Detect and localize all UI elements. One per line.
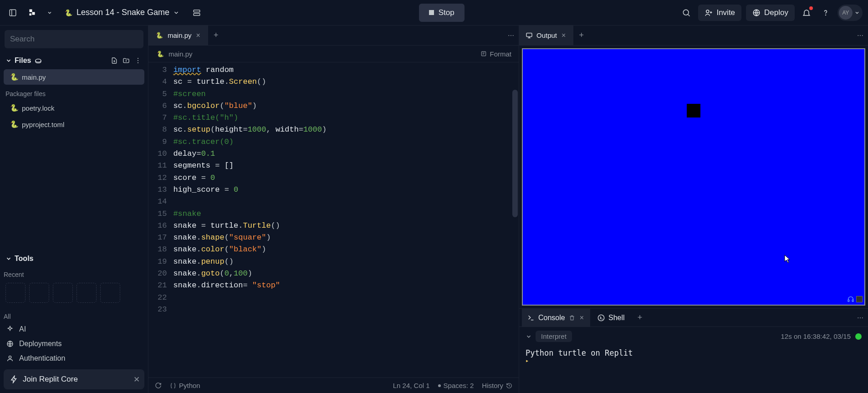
join-core-banner[interactable]: Join Replit Core ✕ xyxy=(4,369,144,389)
recent-tools-placeholder xyxy=(0,280,148,308)
chevron-down-icon xyxy=(5,57,12,64)
lightning-icon xyxy=(10,375,18,383)
chevron-down-icon[interactable] xyxy=(46,5,54,20)
tool-item-authentication[interactable]: Authentication xyxy=(0,351,148,366)
tab-menu-icon[interactable]: ⋯ xyxy=(857,314,863,322)
console-tab[interactable]: Console × xyxy=(522,309,590,327)
shell-tab[interactable]: Shell xyxy=(592,309,630,327)
tools-section-header[interactable]: Tools xyxy=(0,251,148,266)
tab-menu-icon[interactable]: ⋯ xyxy=(508,32,514,39)
right-pane: Output × + ⋯ Console xyxy=(519,26,868,393)
headphones-icon[interactable] xyxy=(847,296,854,303)
close-tab-icon[interactable]: × xyxy=(561,31,567,40)
svg-rect-5 xyxy=(194,10,200,12)
terminal-icon xyxy=(527,314,535,322)
status-dot-icon xyxy=(855,333,862,340)
history-button[interactable]: History xyxy=(482,382,512,389)
app-header: 🐍 Lesson 14 - Snake Game Stop Invite Dep… xyxy=(0,0,868,26)
deploy-button[interactable]: Deploy xyxy=(746,5,795,21)
shell-icon xyxy=(597,314,605,322)
scrollbar[interactable] xyxy=(512,90,518,217)
svg-point-9 xyxy=(706,10,709,13)
deploy-icon xyxy=(6,340,14,347)
server-icon[interactable] xyxy=(189,5,204,20)
svg-point-21 xyxy=(138,62,138,63)
packager-label: Packager files xyxy=(0,86,148,99)
language-indicator[interactable]: Python xyxy=(170,382,200,389)
output-tab[interactable]: Output × xyxy=(519,26,573,45)
tool-item-ai[interactable]: AI xyxy=(0,322,148,337)
user-plus-icon xyxy=(705,9,713,17)
console-tab-bar: Console × Shell + ⋯ xyxy=(519,309,868,327)
close-icon[interactable]: ✕ xyxy=(133,375,140,384)
monitor-icon xyxy=(526,32,533,39)
svg-rect-4 xyxy=(30,13,32,15)
files-section-header[interactable]: Files xyxy=(0,53,148,68)
chevron-down-icon xyxy=(5,255,12,262)
help-icon[interactable] xyxy=(818,5,833,20)
snake-square xyxy=(687,104,700,117)
notifications-icon[interactable] xyxy=(799,5,814,20)
add-tab-button[interactable]: + xyxy=(632,313,648,322)
sync-icon[interactable] xyxy=(35,57,42,64)
stop-button[interactable]: Stop xyxy=(419,4,465,22)
new-folder-icon[interactable] xyxy=(122,57,131,64)
svg-rect-30 xyxy=(848,300,849,301)
breadcrumb-bar: 🐍 main.py Format xyxy=(148,46,519,62)
resize-handle-icon[interactable] xyxy=(856,296,863,302)
close-tab-icon[interactable]: × xyxy=(195,31,201,40)
invite-button[interactable]: Invite xyxy=(698,5,741,21)
file-item[interactable]: 🐍main.py xyxy=(4,69,144,85)
svg-rect-0 xyxy=(10,10,16,16)
editor-status-bar: Python Ln 24, Col 1 Spaces: 2 History xyxy=(148,378,519,393)
new-file-icon[interactable] xyxy=(110,57,119,64)
console-status-bar: Interpret 12s on 16:38:42, 03/15 xyxy=(519,327,868,346)
ai-icon xyxy=(6,326,14,333)
file-item[interactable]: 🐍poetry.lock xyxy=(4,100,144,116)
python-icon: 🐍 xyxy=(10,120,17,128)
project-name-dropdown[interactable]: 🐍 Lesson 14 - Snake Game xyxy=(59,6,184,19)
chevron-down-icon[interactable] xyxy=(526,333,532,340)
add-tab-button[interactable]: + xyxy=(573,31,589,40)
cursor-position[interactable]: Ln 24, Col 1 xyxy=(393,382,430,389)
search-icon[interactable] xyxy=(679,5,694,20)
sidebar: Search Files 🐍main.py Packager files 🐍po… xyxy=(0,26,148,393)
svg-point-7 xyxy=(684,10,689,15)
more-icon[interactable] xyxy=(133,57,143,64)
add-tab-button[interactable]: + xyxy=(208,31,224,40)
project-title: Lesson 14 - Snake Game xyxy=(77,8,169,17)
format-icon xyxy=(480,51,487,57)
auth-icon xyxy=(6,355,14,362)
breadcrumb[interactable]: main.py xyxy=(168,50,193,58)
turtle-canvas[interactable] xyxy=(522,48,865,306)
recent-label: Recent xyxy=(0,266,148,280)
line-gutter: 34567891011121314151617181920212223 xyxy=(148,62,173,378)
tool-item-deployments[interactable]: Deployments xyxy=(0,337,148,351)
spaces-indicator[interactable]: Spaces: 2 xyxy=(438,382,474,389)
all-label: All xyxy=(0,308,148,322)
tab-menu-icon[interactable]: ⋯ xyxy=(857,32,863,39)
svg-line-8 xyxy=(688,14,690,16)
python-icon: 🐍 xyxy=(155,31,164,40)
svg-rect-27 xyxy=(526,33,532,36)
trash-icon[interactable] xyxy=(569,315,575,321)
search-input[interactable]: Search xyxy=(5,30,143,48)
close-tab-icon[interactable]: × xyxy=(579,314,585,322)
replit-logo-icon[interactable] xyxy=(26,5,40,20)
panel-toggle-icon[interactable] xyxy=(5,5,20,20)
account-menu[interactable]: AY xyxy=(837,5,863,21)
editor-tab[interactable]: 🐍 main.py × xyxy=(148,26,208,45)
console-output[interactable]: Python turtle on Replit ▸ xyxy=(519,346,868,367)
format-button[interactable]: Format xyxy=(480,50,511,58)
editor-pane: 🐍 main.py × + ⋯ 🐍 main.py Format 3456789… xyxy=(148,26,519,393)
code-editor[interactable]: 34567891011121314151617181920212223 impo… xyxy=(148,62,519,378)
file-item[interactable]: 🐍pyproject.toml xyxy=(4,117,144,132)
interpret-chip[interactable]: Interpret xyxy=(536,331,572,342)
python-icon: 🐍 xyxy=(156,49,165,58)
history-icon xyxy=(506,383,512,389)
output-area xyxy=(519,46,868,308)
prompt-caret: ▸ xyxy=(526,357,862,364)
svg-point-14 xyxy=(36,59,41,62)
console-pane: Console × Shell + ⋯ Interpret 12s on 16:… xyxy=(519,308,868,393)
refresh-icon[interactable] xyxy=(155,382,162,389)
